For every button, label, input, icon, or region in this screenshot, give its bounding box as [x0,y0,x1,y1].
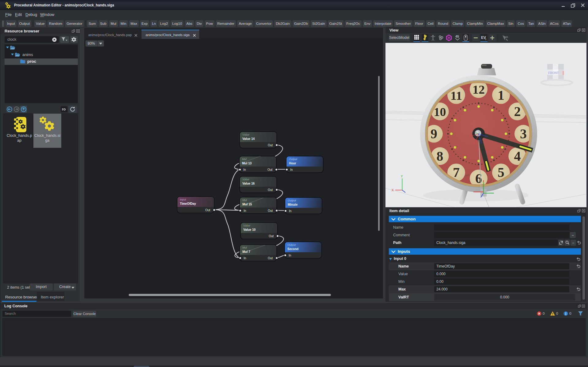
svg-text:X: X [392,189,394,192]
svg-text:45: 45 [455,35,459,38]
svg-text:11: 11 [450,89,462,103]
svg-text:2: 2 [514,104,521,119]
svg-text:FRONT: FRONT [548,71,559,75]
svg-text:9: 9 [431,126,437,141]
svg-text:3: 3 [520,126,527,141]
svg-text:8: 8 [437,149,443,164]
svg-text:12: 12 [472,83,485,96]
svg-text:0: 0 [485,38,486,40]
svg-text:7: 7 [453,165,460,180]
svg-text:5: 5 [498,165,504,180]
svg-text:1: 1 [498,88,504,103]
svg-text:4: 4 [514,149,521,164]
svg-text:Y: Y [401,175,403,178]
svg-text:10: 10 [434,105,446,119]
